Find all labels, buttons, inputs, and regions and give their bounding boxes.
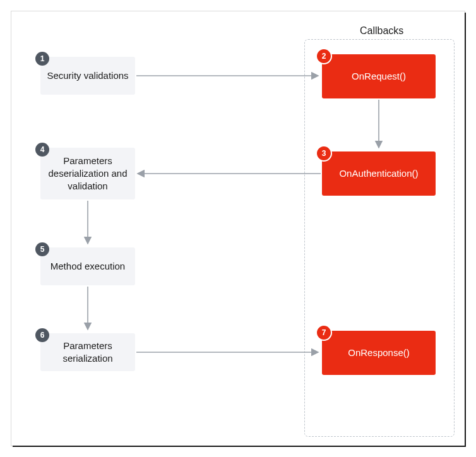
node-method-execution: 5 Method execution — [40, 247, 135, 285]
node-label: Parameters serialization — [47, 340, 129, 365]
node-label: Parameters deserialization and validatio… — [47, 155, 129, 193]
callbacks-title: Callbacks — [360, 25, 403, 37]
node-onrequest: 2 OnRequest() — [322, 54, 436, 98]
node-label: OnAuthentication() — [339, 167, 418, 180]
badge-3: 3 — [316, 145, 332, 162]
node-onresponse: 7 OnResponse() — [322, 331, 436, 375]
badge-2: 2 — [316, 48, 332, 64]
badge-4: 4 — [35, 143, 49, 157]
node-onauthentication: 3 OnAuthentication() — [322, 151, 436, 196]
node-label: Security validations — [47, 69, 128, 82]
node-parameters-serialization: 6 Parameters serialization — [40, 333, 135, 371]
callbacks-region — [304, 39, 455, 437]
diagram-canvas: Callbacks 1 Security validations 2 OnReq… — [11, 11, 465, 446]
badge-6: 6 — [35, 328, 49, 342]
node-parameters-deserialization: 4 Parameters deserialization and validat… — [40, 148, 135, 199]
badge-7: 7 — [316, 324, 332, 341]
badge-5: 5 — [35, 242, 49, 256]
node-security-validations: 1 Security validations — [40, 57, 135, 95]
node-label: Method execution — [51, 260, 125, 273]
node-label: OnResponse() — [348, 347, 410, 359]
node-label: OnRequest() — [352, 70, 406, 83]
badge-1: 1 — [35, 52, 49, 66]
